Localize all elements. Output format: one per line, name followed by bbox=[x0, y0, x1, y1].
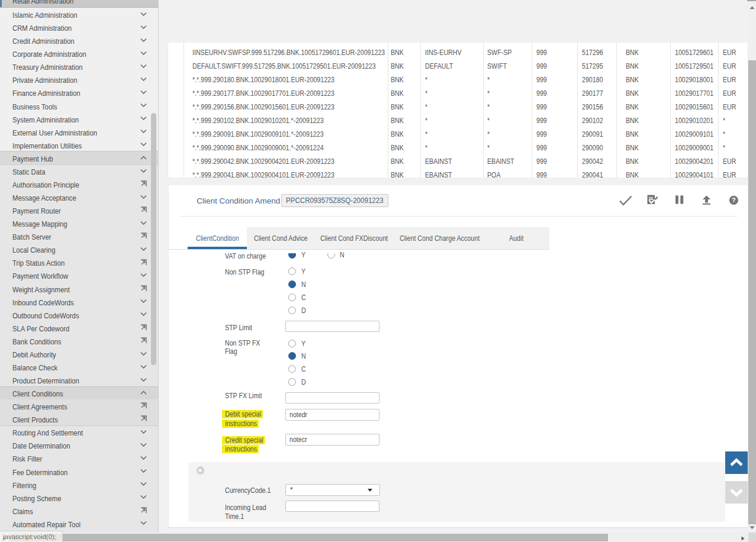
svg-text:?: ? bbox=[732, 196, 736, 204]
